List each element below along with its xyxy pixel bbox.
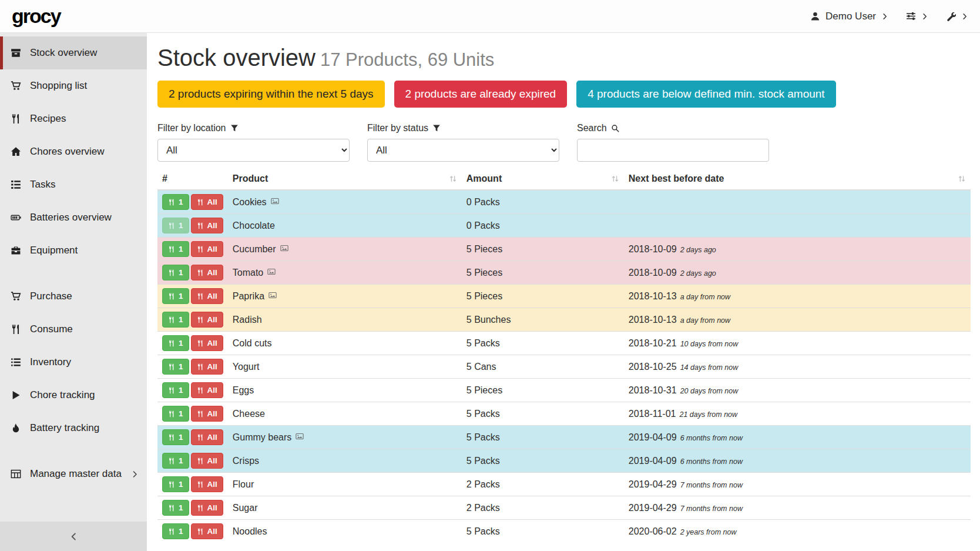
sidebar-item-chore-tracking[interactable]: Chore tracking (0, 379, 147, 412)
sidebar-item-label: Purchase (30, 290, 72, 302)
utensils-icon (168, 269, 175, 276)
col-header-amount[interactable]: Amount (462, 168, 624, 190)
settings-menu[interactable] (906, 11, 928, 21)
consume-all-button[interactable]: All (191, 241, 223, 257)
sidebar-item-purchase[interactable]: Purchase (0, 280, 147, 313)
consume-one-button[interactable]: 1 (162, 500, 189, 516)
app-logo[interactable]: grocy (12, 5, 61, 28)
consume-one-button[interactable]: 1 (162, 359, 189, 375)
consume-one-button[interactable]: 1 (162, 453, 189, 469)
row-actions-cell: 1All (157, 261, 228, 285)
consume-all-button[interactable]: All (191, 335, 223, 351)
amount-cell: 2 Packs (462, 473, 624, 496)
product-cell: Flour (228, 473, 462, 496)
sidebar-item-consume[interactable]: Consume (0, 313, 147, 346)
best-before-cell (624, 190, 971, 214)
amount-cell: 5 Packs (462, 332, 624, 355)
sidebar-item-shopping-list[interactable]: Shopping list (0, 69, 147, 102)
chevron-right-icon (131, 470, 139, 478)
consume-all-button[interactable]: All (191, 359, 223, 375)
search-input[interactable] (577, 139, 769, 162)
sidebar-item-tasks[interactable]: Tasks (0, 168, 147, 201)
consume-one-button[interactable]: 1 (162, 382, 189, 398)
amount-cell: 2 Packs (462, 496, 624, 520)
consume-all-button[interactable]: All (191, 429, 223, 445)
sidebar-item-label: Consume (30, 323, 73, 335)
table-header-row: # Product Amount Next best before date (157, 168, 971, 190)
consume-one-button[interactable]: 1 (162, 406, 189, 422)
consume-all-button[interactable]: All (191, 453, 223, 469)
product-image-icon[interactable] (280, 244, 288, 252)
sort-icon[interactable] (958, 175, 966, 183)
utensils-icon (168, 481, 175, 488)
consume-all-button[interactable]: All (191, 312, 223, 328)
consume-all-button[interactable]: All (191, 265, 223, 280)
consume-all-button[interactable]: All (191, 500, 223, 516)
amount-value: 0 Packs (466, 197, 500, 207)
best-before-date: 2020-06-02 (629, 526, 677, 536)
consume-one-button[interactable]: 1 (162, 476, 189, 492)
sidebar-item-label: Equipment (30, 245, 78, 256)
best-before-relative: 6 months from now (680, 458, 743, 466)
consume-one-label: 1 (179, 198, 183, 206)
sidebar-collapse-button[interactable] (0, 522, 147, 551)
consume-one-button[interactable]: 1 (162, 288, 189, 304)
consume-all-button[interactable]: All (191, 406, 223, 422)
consume-all-button[interactable]: All (191, 523, 223, 539)
sidebar-item-stock-overview[interactable]: Stock overview (0, 36, 147, 69)
best-before-cell (624, 214, 971, 238)
sidebar-item-chores-overview[interactable]: Chores overview (0, 135, 147, 168)
sort-icon[interactable] (449, 175, 457, 183)
amount-cell: 5 Packs (462, 520, 624, 543)
sort-icon[interactable] (611, 175, 619, 183)
utensils-icon (197, 293, 204, 300)
status-filter-label: Filter by status (367, 123, 577, 133)
consume-all-button[interactable]: All (191, 288, 223, 304)
product-image-icon[interactable] (267, 268, 276, 276)
location-filter-select[interactable]: All (157, 139, 350, 162)
consume-one-button[interactable]: 1 (162, 241, 189, 257)
product-name: Yogurt (233, 362, 260, 372)
consume-one-label: 1 (179, 339, 183, 348)
consume-one-button[interactable]: 1 (162, 218, 189, 233)
sidebar-item-manage-master-data[interactable]: Manage master data (0, 458, 147, 490)
amount-cell: 5 Pieces (462, 285, 624, 308)
expired-alert[interactable]: 2 products are already expired (394, 81, 568, 108)
consume-all-button[interactable]: All (191, 476, 223, 492)
sidebar-item-equipment[interactable]: Equipment (0, 234, 147, 267)
user-menu[interactable]: Demo User (810, 11, 888, 22)
utensils-icon (168, 410, 175, 418)
stock-row: 1AllCucumber5 Pieces2018-10-092 days ago (157, 238, 971, 261)
col-header-best-before[interactable]: Next best before date (624, 168, 971, 190)
sidebar-item-recipes[interactable]: Recipes (0, 102, 147, 135)
admin-menu[interactable] (946, 11, 968, 21)
expiring-alert[interactable]: 2 products expiring within the next 5 da… (157, 81, 385, 108)
top-navbar: grocy Demo User (0, 0, 980, 33)
col-header-product[interactable]: Product (228, 168, 462, 190)
consume-all-button[interactable]: All (191, 382, 223, 398)
user-icon (810, 11, 820, 21)
consume-one-label: 1 (179, 527, 183, 536)
consume-one-button[interactable]: 1 (162, 429, 189, 445)
best-before-cell: 2019-04-297 months from now (624, 473, 971, 496)
sidebar-item-inventory[interactable]: Inventory (0, 346, 147, 379)
sidebar-item-battery-tracking[interactable]: Battery tracking (0, 412, 147, 445)
best-before-relative: 14 days from now (680, 363, 739, 372)
product-image-icon[interactable] (271, 197, 279, 205)
product-image-icon[interactable] (269, 291, 277, 299)
consume-one-button[interactable]: 1 (162, 335, 189, 351)
sidebar-item-batteries-overview[interactable]: Batteries overview (0, 201, 147, 234)
consume-one-button[interactable]: 1 (162, 194, 189, 210)
consume-one-button[interactable]: 1 (162, 265, 189, 280)
product-cell: Noodles (228, 520, 462, 543)
stock-row: 1AllCrisps5 Packs2019-04-096 months from… (157, 449, 971, 473)
product-image-icon[interactable] (296, 432, 304, 440)
consume-all-label: All (207, 362, 217, 371)
status-filter-select[interactable]: All (367, 139, 559, 162)
consume-one-button[interactable]: 1 (162, 312, 189, 328)
consume-all-button[interactable]: All (191, 194, 223, 210)
consume-one-label: 1 (179, 292, 183, 300)
below-min-stock-alert[interactable]: 4 products are below defined min. stock … (576, 81, 835, 108)
consume-one-button[interactable]: 1 (162, 523, 189, 539)
consume-all-button[interactable]: All (191, 218, 223, 233)
